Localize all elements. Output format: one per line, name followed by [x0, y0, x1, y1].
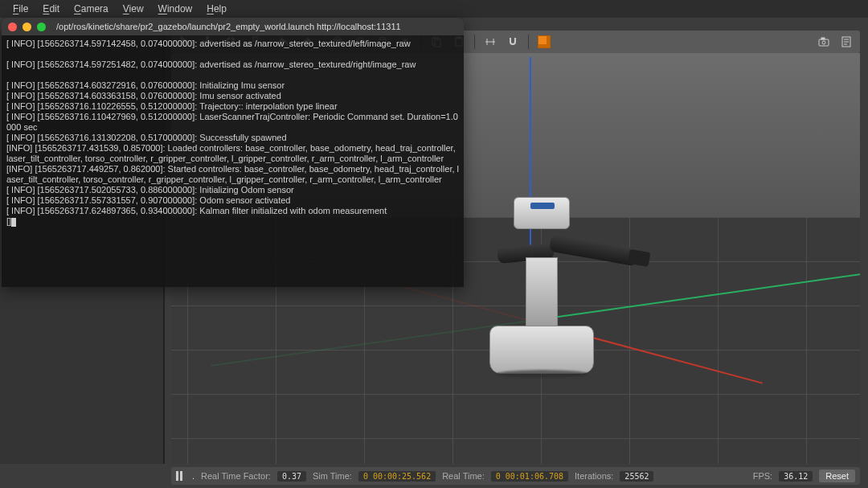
menu-view[interactable]: View	[117, 2, 150, 16]
window-minimize-icon[interactable]	[23, 23, 31, 31]
rtf-label: Real Time Factor:	[201, 471, 271, 481]
screenshot-icon[interactable]	[815, 33, 833, 51]
simtime-label: Sim Time:	[313, 471, 352, 481]
reset-button[interactable]: Reset	[819, 470, 855, 482]
terminal-titlebar[interactable]: /opt/ros/kinetic/share/pr2_gazebo/launch…	[2, 18, 464, 35]
shade-icon[interactable]	[535, 33, 553, 51]
iterations-value: 25562	[620, 471, 653, 482]
menu-edit[interactable]: Edit	[36, 2, 66, 16]
system-menubar: File Edit Camera View Window Help	[0, 0, 868, 18]
menu-help[interactable]: Help	[200, 2, 233, 16]
gazebo-status-bar: . Real Time Factor: 0.37 Sim Time: 0 00:…	[171, 467, 860, 485]
terminal-window[interactable]: /opt/ros/kinetic/share/pr2_gazebo/launch…	[2, 18, 464, 287]
log-icon[interactable]	[837, 33, 855, 51]
pause-button[interactable]	[176, 471, 182, 481]
robot-right-arm	[549, 233, 639, 266]
svg-rect-12	[821, 38, 825, 39]
simtime-value: 0 00:00:25.562	[358, 471, 436, 482]
robot-torso	[526, 257, 558, 330]
rtf-value: 0.37	[277, 471, 306, 482]
step-indicator: .	[192, 471, 194, 481]
fps-label: FPS:	[753, 471, 772, 481]
robot-base	[489, 326, 594, 374]
window-close-icon[interactable]	[8, 23, 17, 31]
menu-window[interactable]: Window	[152, 2, 199, 16]
realtime-label: Real Time:	[442, 471, 485, 481]
svg-point-11	[822, 41, 825, 44]
menu-camera[interactable]: Camera	[68, 2, 115, 16]
window-maximize-icon[interactable]	[37, 23, 46, 31]
robot-head	[514, 197, 570, 229]
pr2-robot-model[interactable]	[481, 197, 626, 374]
menu-file[interactable]: File	[6, 2, 35, 16]
iterations-label: Iterations:	[575, 471, 613, 481]
terminal-title: /opt/ros/kinetic/share/pr2_gazebo/launch…	[56, 22, 401, 31]
align-icon[interactable]	[481, 33, 499, 51]
terminal-output[interactable]: [ INFO] [1565263714.597142458, 0.0740000…	[2, 35, 464, 230]
realtime-value: 0 00:01:06.708	[491, 471, 568, 482]
svg-rect-10	[819, 39, 829, 46]
snap-icon[interactable]	[504, 33, 522, 51]
fps-value: 36.12	[779, 471, 813, 482]
